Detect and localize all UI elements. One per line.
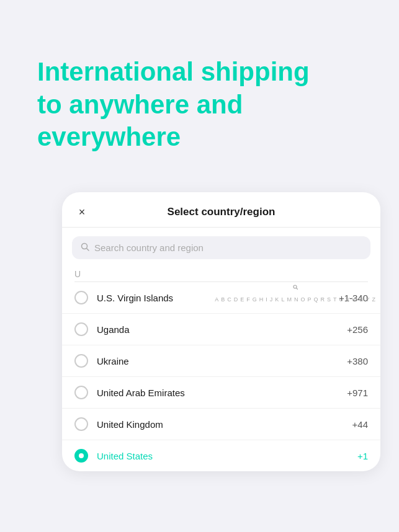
svg-line-3 bbox=[296, 288, 297, 290]
alpha-letter[interactable]: A bbox=[213, 296, 220, 303]
headline-section: International shipping to anywhere and e… bbox=[37, 56, 362, 154]
country-list: U.S. Virgin Islands+1-340Uganda+256Ukrai… bbox=[62, 282, 380, 471]
radio-button[interactable] bbox=[74, 354, 88, 368]
search-input[interactable]: Search country and region bbox=[94, 242, 204, 253]
alpha-letter[interactable]: V bbox=[344, 296, 351, 303]
alpha-letter[interactable]: H bbox=[258, 296, 265, 303]
alpha-letter[interactable]: S bbox=[326, 296, 332, 303]
headline-line1: International shipping bbox=[37, 57, 310, 86]
country-selector-modal: × Select country/region Search country a… bbox=[62, 192, 380, 471]
alpha-letter[interactable]: B bbox=[220, 296, 226, 303]
alpha-letter[interactable]: G bbox=[251, 296, 258, 303]
alpha-letter[interactable]: X bbox=[358, 296, 364, 303]
alpha-letter[interactable]: N bbox=[293, 296, 300, 303]
alpha-letter[interactable]: M bbox=[285, 296, 293, 303]
headline-line2: to anywhere and bbox=[37, 90, 243, 119]
alpha-letter[interactable]: C bbox=[226, 296, 233, 303]
radio-button[interactable] bbox=[74, 449, 88, 463]
search-bar[interactable]: Search country and region bbox=[72, 236, 370, 259]
alpha-letter[interactable]: Y bbox=[364, 296, 370, 303]
alpha-letter[interactable]: E bbox=[239, 296, 245, 303]
headline-text: International shipping to anywhere and e… bbox=[37, 56, 362, 154]
radio-button[interactable] bbox=[74, 291, 88, 304]
alphabet-index[interactable]: ABCDEFGHIJKLMNOPQRSTUVWXYZ bbox=[213, 282, 377, 471]
alpha-letter[interactable]: R bbox=[319, 296, 326, 303]
headline-line3: everywhere bbox=[37, 122, 181, 151]
svg-line-1 bbox=[87, 249, 89, 251]
section-letter: U bbox=[62, 265, 380, 282]
alpha-letter[interactable]: Q bbox=[312, 296, 319, 303]
alpha-letter[interactable]: D bbox=[233, 296, 240, 303]
alpha-letter[interactable]: K bbox=[274, 296, 280, 303]
radio-button[interactable] bbox=[74, 417, 88, 431]
alpha-letter[interactable]: O bbox=[299, 296, 306, 303]
alpha-letter[interactable]: I bbox=[264, 296, 269, 303]
modal-title: Select country/region bbox=[168, 206, 276, 218]
alpha-letter[interactable]: Z bbox=[371, 296, 377, 303]
radio-button[interactable] bbox=[74, 322, 88, 336]
alpha-letter[interactable]: F bbox=[245, 296, 251, 303]
alpha-letter[interactable]: P bbox=[306, 296, 312, 303]
alpha-letter[interactable]: W bbox=[351, 296, 359, 303]
radio-button[interactable] bbox=[74, 386, 88, 399]
alpha-search-icon[interactable] bbox=[293, 285, 298, 291]
close-button[interactable]: × bbox=[74, 205, 89, 219]
alpha-letter[interactable]: U bbox=[338, 296, 344, 303]
modal-header: × Select country/region bbox=[62, 192, 380, 228]
search-icon bbox=[81, 242, 89, 253]
